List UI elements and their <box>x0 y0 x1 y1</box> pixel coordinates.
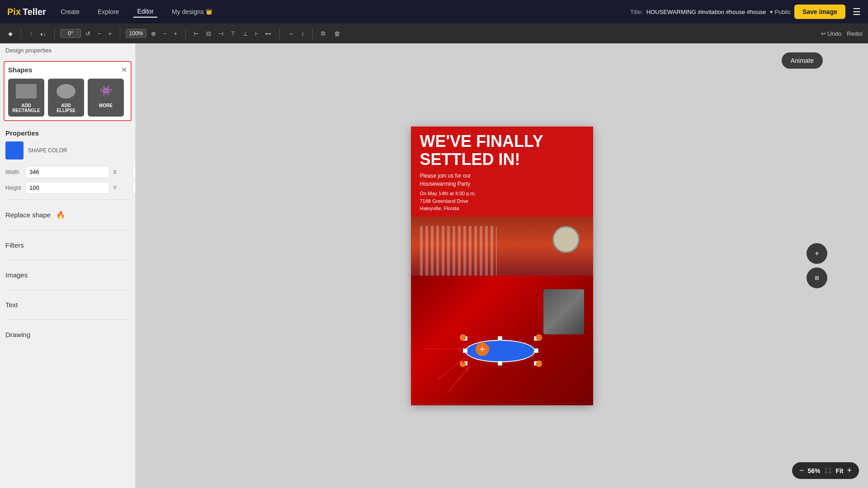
move-cursor-indicator[interactable]: ✛ <box>476 343 489 356</box>
align-group: ⊢ ⊟ ⊣ ⊤ ⊥ ⊦ ⊷ <box>191 28 274 39</box>
zoom-plus-button[interactable]: + <box>171 28 180 39</box>
canvas-header: WE'VE FINALLY SETTLED IN! Please join us… <box>411 127 593 217</box>
logo-pixel: Pix <box>7 7 21 17</box>
rectangle-icon <box>15 82 38 100</box>
app-logo[interactable]: PixTeller <box>7 7 46 17</box>
add-layer-button[interactable]: + <box>807 243 827 264</box>
zoom-out-button[interactable]: − <box>799 466 804 475</box>
zoom-bar: − 56% 11 Fit + <box>792 462 859 479</box>
width-input[interactable] <box>25 166 109 178</box>
design-canvas: WE'VE FINALLY SETTLED IN! Please join us… <box>411 127 593 405</box>
rotate-ccw-button[interactable]: ↺ <box>83 28 93 39</box>
layers-button[interactable]: ◆ <box>5 28 15 39</box>
rotate-plus-button[interactable]: + <box>106 28 115 39</box>
zoom-icon-button[interactable]: ⊕ <box>148 28 159 39</box>
align-right-button[interactable]: ⊣ <box>216 28 226 39</box>
nav-editor[interactable]: Editor <box>133 6 157 18</box>
move-up-button[interactable]: ↑ <box>27 28 35 39</box>
divider-3 <box>5 260 130 260</box>
position-group: ↑ ⬧↓ <box>27 28 49 39</box>
main-layout: Design properties Shapes ✕ ADD RECTANGLE <box>0 43 868 488</box>
divider-5 <box>5 319 130 320</box>
zoom-input[interactable] <box>126 29 146 38</box>
zoom-group: ⊕ − + <box>126 28 180 39</box>
align-left-button[interactable]: ⊢ <box>191 28 202 39</box>
flip-group: ↔ ↕ <box>285 28 307 39</box>
more-label: MORE <box>99 103 113 108</box>
title-bar: Title: HOUSEWARMING #invitation #house #… <box>630 5 861 19</box>
text-link[interactable]: Text <box>5 296 130 314</box>
zoom-divider: 11 <box>824 467 832 475</box>
fit-label[interactable]: Fit <box>835 467 843 474</box>
shape-color-swatch[interactable] <box>5 141 24 160</box>
align-center-h-button[interactable]: ⊟ <box>203 28 214 39</box>
orange-handle-bl[interactable] <box>460 361 466 367</box>
rotation-input[interactable] <box>60 29 81 38</box>
add-more-button[interactable]: 👾 MORE <box>88 79 124 117</box>
y-label: Y <box>113 185 130 191</box>
flip-v-button[interactable]: ↕ <box>298 28 307 39</box>
flip-h-button[interactable]: ↔ <box>285 28 297 39</box>
rotate-minus-button[interactable]: − <box>95 28 104 39</box>
game-icon: 👾 <box>100 85 112 97</box>
height-field: Height <box>5 182 109 194</box>
duplicate-button[interactable]: ⧉ <box>318 28 328 39</box>
zoom-in-button[interactable]: + <box>847 466 852 475</box>
move-front-back-button[interactable]: ⬧↓ <box>37 28 49 39</box>
handle-top-center[interactable] <box>498 336 502 341</box>
nav-my-designs[interactable]: My designs 👑 <box>168 6 216 17</box>
orange-handle-tr[interactable] <box>536 334 542 341</box>
title-value[interactable]: HOUSEWARMING #invitation #house #house <box>646 9 766 15</box>
more-shapes-icon: 👾 <box>94 82 117 100</box>
right-float-buttons: + ⊞ <box>807 243 827 288</box>
crown-icon: 👑 <box>206 9 212 15</box>
width-label: Width <box>5 169 23 175</box>
toolbar-divider-2 <box>54 28 55 39</box>
handle-middle-left[interactable] <box>463 348 467 353</box>
orange-handle-tl[interactable] <box>460 334 466 341</box>
replace-shape-button[interactable]: Replace shape 🔥 <box>5 205 130 225</box>
filters-link[interactable]: Filters <box>5 236 130 254</box>
delete-button[interactable]: 🗑 <box>331 28 343 39</box>
distribute-h-button[interactable]: ⊷ <box>263 28 274 39</box>
add-rectangle-button[interactable]: ADD RECTANGLE <box>8 79 44 117</box>
redo-label: Redo/ <box>847 30 863 37</box>
toolbar-divider-4 <box>185 28 186 39</box>
menu-icon[interactable]: ☰ <box>853 6 861 17</box>
shapes-close-button[interactable]: ✕ <box>121 66 127 74</box>
add-element-button[interactable]: ⊞ <box>807 267 827 288</box>
x-label: X <box>113 169 130 175</box>
height-input[interactable] <box>25 182 109 194</box>
dimensions-grid: Width X Height Y <box>5 166 130 194</box>
handle-middle-right[interactable] <box>534 348 538 353</box>
toolbar-divider-6 <box>312 28 313 39</box>
handle-bottom-center[interactable] <box>498 361 502 366</box>
align-top-button[interactable]: ⊤ <box>228 28 238 39</box>
visibility-dropdown[interactable]: ▾ Public <box>770 9 791 15</box>
nav-explore[interactable]: Explore <box>94 6 123 17</box>
undo-button[interactable]: ↩ Undo <box>821 30 842 37</box>
x-field: X <box>113 166 136 178</box>
rect-shape-preview <box>16 84 37 99</box>
add-ellipse-button[interactable]: ADD ELLIPSE <box>48 79 84 117</box>
drawing-link[interactable]: Drawing <box>5 325 130 344</box>
images-link[interactable]: Images <box>5 266 130 284</box>
zoom-minus-button[interactable]: − <box>160 28 170 39</box>
animate-button[interactable]: Animate <box>782 52 823 69</box>
save-image-button[interactable]: Save image <box>794 5 845 19</box>
canvas-area[interactable]: Animate WE'VE FINALLY SETTLED IN! Please… <box>136 43 868 488</box>
left-panel: Design properties Shapes ✕ ADD RECTANGLE <box>0 43 136 488</box>
add-rectangle-label: ADD RECTANGLE <box>12 103 41 113</box>
undo-area: ↩ Undo Redo/ <box>821 30 863 37</box>
headline: WE'VE FINALLY SETTLED IN! <box>420 132 584 168</box>
width-field: Width <box>5 166 109 178</box>
divider-1 <box>5 199 130 200</box>
orange-handle-br[interactable] <box>536 361 542 367</box>
align-center-v-button[interactable]: ⊥ <box>240 28 250 39</box>
nav-create[interactable]: Create <box>57 6 83 17</box>
align-bottom-button[interactable]: ⊦ <box>252 28 261 39</box>
chevron-down-icon: ▾ <box>770 9 773 15</box>
logo-teller: Teller <box>23 7 46 17</box>
wall-clock <box>552 226 580 253</box>
rotation-group: ↺ − + <box>60 28 114 39</box>
